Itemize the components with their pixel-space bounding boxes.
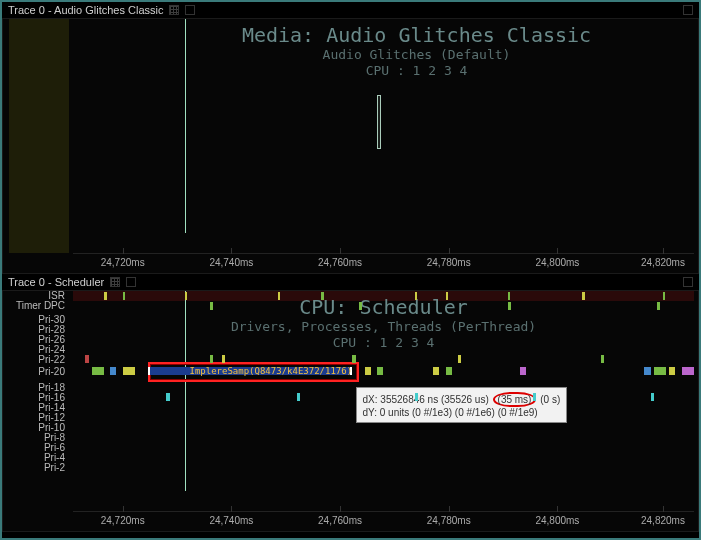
scheduler-event[interactable] bbox=[377, 367, 383, 375]
scheduler-event[interactable] bbox=[365, 367, 371, 375]
scheduler-event[interactable] bbox=[222, 355, 225, 363]
audio-viewport[interactable]: Media: Audio Glitches Classic Audio Glit… bbox=[73, 19, 694, 253]
scheduler-panel[interactable]: ISRTimer DPCPri-30Pri-28Pri-26Pri-24Pri-… bbox=[2, 290, 699, 532]
axis-tick: 24,720ms bbox=[101, 515, 145, 526]
time-cursor[interactable] bbox=[185, 19, 186, 233]
scheduler-event[interactable] bbox=[433, 367, 439, 375]
scheduler-event[interactable] bbox=[415, 393, 419, 401]
scheduler-event[interactable] bbox=[210, 302, 213, 310]
scheduler-event[interactable] bbox=[644, 367, 650, 375]
overlay-sub2: CPU : 1 2 3 4 bbox=[143, 63, 690, 79]
scheduler-event[interactable] bbox=[123, 367, 135, 375]
axis-tick: 24,720ms bbox=[101, 257, 145, 268]
axis-tick: 24,780ms bbox=[427, 257, 471, 268]
left-track bbox=[9, 19, 69, 253]
panel-title-scheduler: Trace 0 - Scheduler bbox=[8, 276, 104, 288]
row-labels: ISRTimer DPCPri-30Pri-28Pri-26Pri-24Pri-… bbox=[9, 291, 69, 511]
grid-icon[interactable] bbox=[110, 277, 120, 287]
axis-tick: 24,760ms bbox=[318, 257, 362, 268]
scheduler-event[interactable] bbox=[359, 302, 362, 310]
axis-tick: 24,760ms bbox=[318, 515, 362, 526]
axis-tick: 24,800ms bbox=[535, 257, 579, 268]
scheduler-event[interactable] bbox=[663, 292, 665, 300]
overlay-sub2: CPU : 1 2 3 4 bbox=[73, 335, 694, 351]
row-label: Pri-2 bbox=[9, 463, 69, 473]
axis-tick: 24,780ms bbox=[427, 515, 471, 526]
isr-band bbox=[73, 291, 694, 301]
maximize-icon[interactable] bbox=[185, 5, 195, 15]
scheduler-event[interactable] bbox=[185, 292, 187, 300]
scheduler-event[interactable] bbox=[601, 355, 604, 363]
scheduler-event[interactable] bbox=[352, 355, 355, 363]
scheduler-event[interactable] bbox=[104, 292, 106, 300]
scheduler-event[interactable] bbox=[415, 292, 417, 300]
scheduler-event[interactable] bbox=[446, 367, 452, 375]
panel-title-audio: Trace 0 - Audio Glitches Classic bbox=[8, 4, 163, 16]
axis-tick: 24,800ms bbox=[535, 515, 579, 526]
axis-tick: 24,820ms bbox=[641, 515, 685, 526]
row-label: Pri-22 bbox=[9, 355, 69, 365]
selection-label: ImplereSamp(Q8473/k4E372/1176) bbox=[190, 366, 353, 376]
overlay-sub1: Audio Glitches (Default) bbox=[143, 47, 690, 63]
axis-tick: 24,740ms bbox=[209, 515, 253, 526]
scheduler-event[interactable] bbox=[297, 393, 301, 401]
scheduler-event[interactable] bbox=[520, 367, 526, 375]
grid-icon[interactable] bbox=[169, 5, 179, 15]
scheduler-event[interactable] bbox=[508, 292, 510, 300]
audio-overlay-title: Media: Audio Glitches Classic Audio Glit… bbox=[143, 23, 690, 78]
row-label: Pri-20 bbox=[9, 367, 69, 377]
selection-bar[interactable]: ImplereSamp(Q8473/k4E372/1176) bbox=[148, 367, 353, 375]
overlay-sub1: Drivers, Processes, Threads (PerThread) bbox=[73, 319, 694, 335]
scheduler-event[interactable] bbox=[533, 393, 537, 401]
time-axis-top: 24,720ms24,740ms24,760ms24,780ms24,800ms… bbox=[73, 253, 694, 273]
maximize-icon[interactable] bbox=[683, 277, 693, 287]
scheduler-event[interactable] bbox=[582, 292, 584, 300]
axis-tick: 24,740ms bbox=[209, 257, 253, 268]
row-label: Timer DPC bbox=[9, 301, 69, 311]
maximize-icon[interactable] bbox=[683, 5, 693, 15]
scheduler-event[interactable] bbox=[210, 355, 213, 363]
scheduler-rows[interactable]: CPU: Scheduler Drivers, Processes, Threa… bbox=[73, 291, 694, 511]
scheduler-event[interactable] bbox=[669, 367, 675, 375]
audio-glitches-panel[interactable]: Media: Audio Glitches Classic Audio Glit… bbox=[2, 18, 699, 274]
panel-header-audio: Trace 0 - Audio Glitches Classic bbox=[2, 2, 699, 18]
maximize-icon[interactable] bbox=[126, 277, 136, 287]
overlay-title: Media: Audio Glitches Classic bbox=[143, 23, 690, 47]
tooltip-dx-post: (0 s) bbox=[540, 394, 560, 405]
scheduler-event[interactable] bbox=[321, 292, 323, 300]
scheduler-event[interactable] bbox=[657, 302, 660, 310]
scheduler-event[interactable] bbox=[651, 393, 655, 401]
scheduler-event[interactable] bbox=[654, 367, 666, 375]
axis-tick: 24,820ms bbox=[641, 257, 685, 268]
scheduler-event[interactable] bbox=[682, 367, 694, 375]
scheduler-event[interactable] bbox=[92, 367, 104, 375]
scheduler-event[interactable] bbox=[85, 355, 89, 363]
time-cursor[interactable] bbox=[185, 291, 186, 491]
scheduler-event[interactable] bbox=[508, 302, 511, 310]
tooltip-line1: dX: 35526846 ns (35526 us) (35 ms) (0 s) bbox=[363, 392, 561, 407]
scheduler-event[interactable] bbox=[123, 292, 125, 300]
tooltip-dx-pre: dX: 35526846 ns (35526 us) bbox=[363, 394, 489, 405]
tooltip-dx-circled: (35 ms) bbox=[493, 392, 537, 407]
scheduler-event[interactable] bbox=[446, 292, 448, 300]
scheduler-event[interactable] bbox=[278, 292, 280, 300]
audio-glitch-marker[interactable] bbox=[377, 95, 381, 149]
time-axis-bottom: 24,720ms24,740ms24,760ms24,780ms24,800ms… bbox=[73, 511, 694, 531]
scheduler-event[interactable] bbox=[166, 393, 170, 401]
tooltip-line2: dY: 0 units (0 #/1e3) (0 #/1e6) (0 #/1e9… bbox=[363, 407, 561, 418]
scheduler-event[interactable] bbox=[458, 355, 461, 363]
scheduler-overlay: CPU: Scheduler Drivers, Processes, Threa… bbox=[73, 295, 694, 350]
scheduler-event[interactable] bbox=[110, 367, 116, 375]
panel-header-scheduler: Trace 0 - Scheduler bbox=[2, 274, 699, 290]
